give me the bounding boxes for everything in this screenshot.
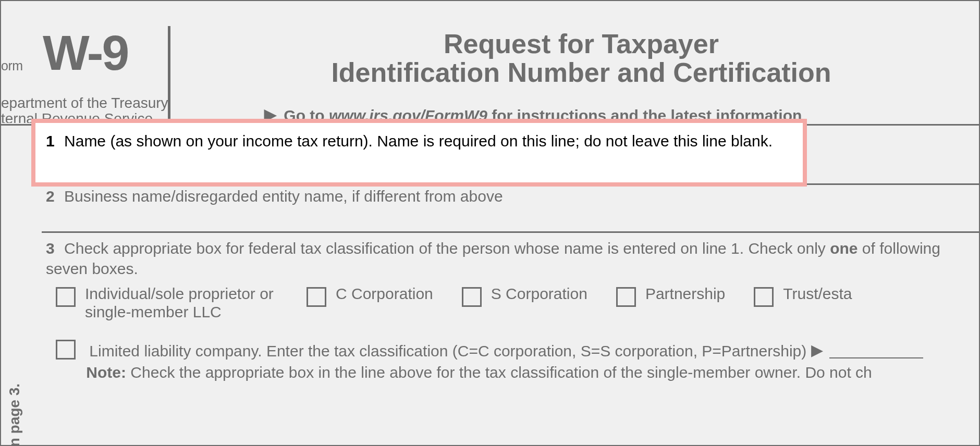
- line2-num: 2: [46, 188, 55, 205]
- line1-text: Name (as shown on your income tax return…: [64, 132, 773, 150]
- title-line1: Request for Taxpayer: [444, 29, 719, 59]
- cb-individual[interactable]: Individual/sole proprietor or single-mem…: [56, 285, 278, 321]
- cb-partnership[interactable]: Partnership: [616, 285, 725, 307]
- line1-highlight: [31, 119, 807, 187]
- line3-text-a: Check appropriate box for federal tax cl…: [64, 240, 830, 257]
- checkbox-icon[interactable]: [307, 287, 326, 307]
- cb-llc-block: Limited liability company. Enter the tax…: [56, 340, 979, 383]
- triangle-icon: ▶: [811, 340, 823, 361]
- rule-row2: [42, 231, 979, 233]
- line1-num: 1: [46, 132, 55, 150]
- cb-s-corp-label: S Corporation: [491, 285, 587, 303]
- checkbox-icon[interactable]: [56, 287, 76, 307]
- form-code: W-9: [43, 24, 128, 81]
- cb-trust-label: Trust/esta: [783, 285, 852, 303]
- sidebar-instructions: tructions on page 3. or type.: [6, 126, 38, 444]
- dept-treasury: epartment of the Treasury: [1, 95, 168, 112]
- header-divider: [168, 26, 170, 124]
- checkbox-icon[interactable]: [616, 287, 636, 307]
- cb-partnership-label: Partnership: [645, 285, 725, 303]
- cb-c-corp[interactable]: C Corporation: [307, 285, 433, 307]
- cb-c-corp-label: C Corporation: [336, 285, 433, 303]
- line2[interactable]: 2 Business name/disregarded entity name,…: [46, 188, 503, 205]
- line2-text: Business name/disregarded entity name, i…: [64, 188, 503, 205]
- title-line2: Identification Number and Certification: [331, 57, 831, 88]
- classification-checkboxes: Individual/sole proprietor or single-mem…: [56, 285, 979, 321]
- cb-trust[interactable]: Trust/esta: [754, 285, 852, 307]
- form-word: orm: [1, 58, 23, 73]
- line3-one: one: [830, 240, 858, 257]
- w9-form-page: orm W-9 epartment of the Treasury ternal…: [0, 0, 980, 446]
- cb-llc-label: Limited liability company. Enter the tax…: [89, 342, 806, 360]
- line3-num: 3: [46, 240, 55, 257]
- note-text: Check the appropriate box in the line ab…: [130, 364, 872, 381]
- cb-individual-label: Individual/sole proprietor or single-mem…: [85, 285, 278, 321]
- line1[interactable]: 1 Name (as shown on your income tax retu…: [46, 132, 773, 150]
- llc-classification-input[interactable]: [829, 357, 923, 358]
- form-title: Request for Taxpayer Identification Numb…: [183, 30, 979, 86]
- line3: 3 Check appropriate box for federal tax …: [46, 238, 969, 279]
- checkbox-icon[interactable]: [754, 287, 774, 307]
- checkbox-icon[interactable]: [462, 287, 482, 307]
- note-label: Note:: [86, 364, 126, 381]
- cb-s-corp[interactable]: S Corporation: [462, 285, 587, 307]
- sidebar-line-a: tructions on page 3.: [6, 383, 23, 446]
- checkbox-icon[interactable]: [56, 340, 76, 360]
